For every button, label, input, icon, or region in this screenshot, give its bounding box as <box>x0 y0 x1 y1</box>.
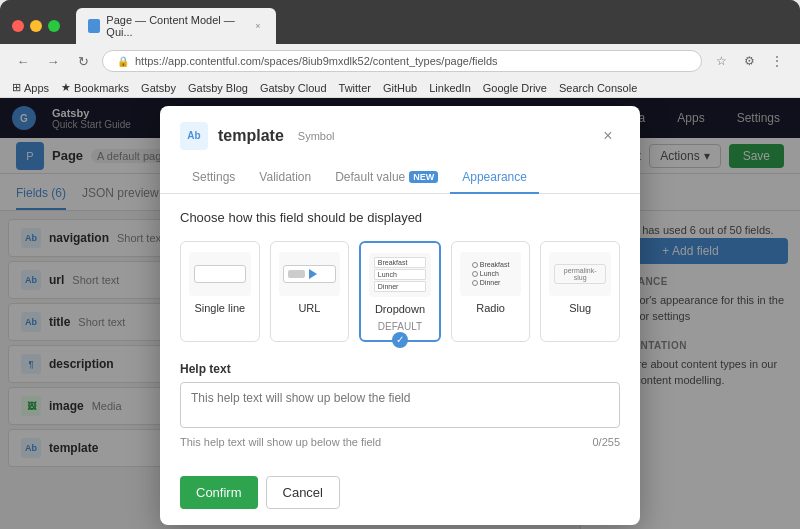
modal-instruction: Choose how this field should be displaye… <box>180 210 620 225</box>
radio-dot <box>472 280 478 286</box>
help-text-label: Help text <box>180 362 620 376</box>
radio-preview: Breakfast Lunch Dinner <box>460 252 522 296</box>
modal-subtitle: Symbol <box>298 130 335 142</box>
help-text-section: Help text This help text will show up be… <box>180 362 620 448</box>
help-text-footer: This help text will show up below the fi… <box>180 436 620 448</box>
bookmark-gatsby-cloud[interactable]: Gatsby Cloud <box>260 82 327 94</box>
modal-title-row: Ab template Symbol <box>180 122 334 150</box>
menu-btn[interactable]: ⋮ <box>766 50 788 72</box>
modal-body: Choose how this field should be displaye… <box>160 194 640 464</box>
help-text-hint: This help text will show up below the fi… <box>180 436 381 448</box>
dropdown-preview: Breakfast Lunch Dinner <box>369 253 431 297</box>
single-line-preview <box>189 252 251 296</box>
display-option-dropdown[interactable]: Breakfast Lunch Dinner Dropdown DEFAULT <box>359 241 441 342</box>
display-option-url[interactable]: URL <box>270 241 350 342</box>
browser-chrome: Page — Content Model — Qui... × ← → ↻ 🔒 … <box>0 0 800 98</box>
bookmark-apps[interactable]: ⊞ Apps <box>12 81 49 94</box>
maximize-window-btn[interactable] <box>48 20 60 32</box>
modal-title: template <box>218 127 284 145</box>
modal-tab-validation[interactable]: Validation <box>247 162 323 194</box>
display-option-radio[interactable]: Breakfast Lunch Dinner <box>451 241 531 342</box>
modal-footer: Confirm Cancel <box>160 464 640 525</box>
url-bar-fill <box>288 270 305 278</box>
nav-bar: ← → ↻ 🔒 https://app.contentful.com/space… <box>0 44 800 78</box>
url-text: https://app.contentful.com/spaces/8iub9m… <box>135 55 498 67</box>
bookmark-google-drive[interactable]: Google Drive <box>483 82 547 94</box>
help-text-input[interactable] <box>180 382 620 428</box>
bookmark-linkedin[interactable]: LinkedIn <box>429 82 471 94</box>
dropdown-item-2: Lunch <box>374 269 426 280</box>
radio-item-1: Breakfast <box>472 261 510 268</box>
modal-close-btn[interactable]: × <box>596 124 620 148</box>
bookmark-gatsby[interactable]: Gatsby <box>141 82 176 94</box>
help-text-count: 0/255 <box>592 436 620 448</box>
tab-favicon <box>88 19 100 33</box>
modal-field-icon: Ab <box>180 122 208 150</box>
single-line-preview-bar <box>194 265 246 283</box>
modal-tab-settings[interactable]: Settings <box>180 162 247 194</box>
single-line-label: Single line <box>194 302 245 314</box>
extensions-btn[interactable]: ⚙ <box>738 50 760 72</box>
modal-header: Ab template Symbol × <box>160 106 640 150</box>
confirm-btn[interactable]: Confirm <box>180 476 258 509</box>
tab-bar: Page — Content Model — Qui... × <box>76 8 788 44</box>
slug-label: Slug <box>569 302 591 314</box>
radio-preview-items: Breakfast Lunch Dinner <box>472 261 510 286</box>
url-label: URL <box>298 302 320 314</box>
dropdown-preview-items: Breakfast Lunch Dinner <box>374 257 426 292</box>
dropdown-item-3: Dinner <box>374 281 426 292</box>
refresh-btn[interactable]: ↻ <box>72 50 94 72</box>
slug-preview: permalink-slug <box>549 252 611 296</box>
bookmarks-bar: ⊞ Apps ★ Bookmarks Gatsby Gatsby Blog Ga… <box>0 78 800 98</box>
browser-actions: ☆ ⚙ ⋮ <box>710 50 788 72</box>
radio-dot <box>472 271 478 277</box>
lock-icon: 🔒 <box>117 56 129 67</box>
radio-item-2: Lunch <box>472 270 510 277</box>
title-bar: Page — Content Model — Qui... × <box>0 0 800 44</box>
bookmark-bookmarks[interactable]: ★ Bookmarks <box>61 81 129 94</box>
star-btn[interactable]: ☆ <box>710 50 732 72</box>
display-option-single-line[interactable]: Single line <box>180 241 260 342</box>
app-content: G Gatsby Quick Start Guide Space home Co… <box>0 98 800 529</box>
radio-label: Radio <box>476 302 505 314</box>
dropdown-item-1: Breakfast <box>374 257 426 268</box>
cancel-btn[interactable]: Cancel <box>266 476 340 509</box>
dropdown-label: Dropdown <box>375 303 425 315</box>
forward-btn[interactable]: → <box>42 50 64 72</box>
apps-icon: ⊞ <box>12 81 21 94</box>
radio-item-3: Dinner <box>472 279 510 286</box>
back-btn[interactable]: ← <box>12 50 34 72</box>
tab-close-btn[interactable]: × <box>252 19 264 33</box>
close-window-btn[interactable] <box>12 20 24 32</box>
bookmark-gatsby-blog[interactable]: Gatsby Blog <box>188 82 248 94</box>
radio-dot <box>472 262 478 268</box>
bookmark-search-console[interactable]: Search Console <box>559 82 637 94</box>
slug-preview-bar: permalink-slug <box>554 264 606 284</box>
url-preview <box>279 252 341 296</box>
traffic-lights <box>12 20 60 32</box>
dropdown-sublabel: DEFAULT <box>378 321 422 332</box>
url-preview-bar <box>283 265 335 283</box>
modal-overlay: Ab template Symbol × Settings Validation… <box>0 98 800 529</box>
new-badge: NEW <box>409 171 438 183</box>
address-bar[interactable]: 🔒 https://app.contentful.com/spaces/8iub… <box>102 50 702 72</box>
modal-tabs: Settings Validation Default value NEW Ap… <box>160 162 640 194</box>
active-tab[interactable]: Page — Content Model — Qui... × <box>76 8 276 44</box>
display-options: Single line URL <box>180 241 620 342</box>
bookmark-icon: ★ <box>61 81 71 94</box>
tab-title: Page — Content Model — Qui... <box>106 14 245 38</box>
url-triangle <box>309 269 317 279</box>
modal-tab-default-value[interactable]: Default value NEW <box>323 162 450 194</box>
modal-tab-appearance[interactable]: Appearance <box>450 162 539 194</box>
minimize-window-btn[interactable] <box>30 20 42 32</box>
bookmark-github[interactable]: GitHub <box>383 82 417 94</box>
bookmark-twitter[interactable]: Twitter <box>339 82 371 94</box>
display-option-slug[interactable]: permalink-slug Slug <box>540 241 620 342</box>
appearance-modal: Ab template Symbol × Settings Validation… <box>160 106 640 525</box>
